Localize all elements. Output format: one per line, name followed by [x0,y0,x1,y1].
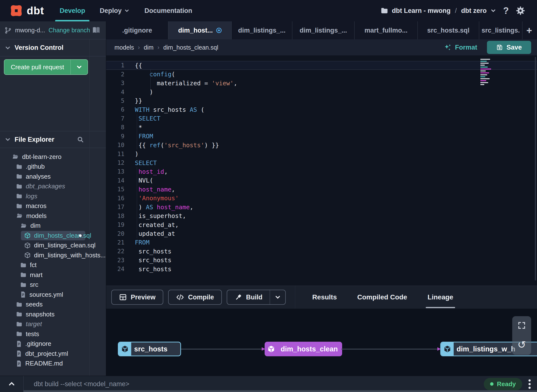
file-tree-item-seeds[interactable]: seeds [0,300,106,310]
code-line-7[interactable]: 7 SELECT [106,114,537,123]
brand-text: dbt [27,5,44,17]
code-line-5[interactable]: 5}} [106,96,537,105]
code-line-13[interactable]: 13 host_id, [106,167,537,176]
editor-tab-src-hosts-sql[interactable]: src_hosts.sql [418,21,479,39]
file-explorer-header[interactable]: File Explorer [0,131,106,148]
refresh-icon[interactable]: ↺ [517,340,526,350]
command-bar-scrollbar[interactable] [24,390,537,392]
nav-item-deploy[interactable]: Deploy [92,0,137,21]
change-branch-link[interactable]: Change branch [49,27,90,34]
breadcrumb-chevron-icon: › [157,44,159,51]
file-tree-item-dim-hosts-clean-sql[interactable]: dim_hosts_clean.sql [0,231,106,241]
file-tree-item-fct[interactable]: fct [0,260,106,270]
preview-button[interactable]: Preview [111,290,163,305]
editor-tab-src-listings-[interactable]: src_listings. [479,21,522,39]
file-tree-item-analyses[interactable]: analyses [0,172,106,182]
file-tree-item-dbt-learn-zero[interactable]: dbt-learn-zero [0,152,106,162]
new-tab-button[interactable]: + [522,21,536,39]
file-tree-item-dbt-project-yml[interactable]: dbt_project.yml [0,349,106,359]
code-line-3[interactable]: 3 materialized = 'view', [106,79,537,87]
code-line-18[interactable]: 18 is_superhost, [106,211,537,220]
code-line-11[interactable]: 11) [106,149,537,158]
file-tree-item-dim[interactable]: dim [0,221,106,231]
editor-tab-label: dim_listings_... [300,27,347,34]
file-tree-item-target[interactable]: target [0,319,106,329]
editor-tab-dim-listings-[interactable]: dim_listings_... [232,21,292,39]
file-tree-item-snapshots[interactable]: snapshots [0,309,106,319]
code-line-19[interactable]: 19 created_at, [106,220,537,229]
file-tree-item--github[interactable]: .github [0,162,106,172]
panel-tab-results[interactable]: Results [302,286,347,309]
breadcrumb-segment[interactable]: models [114,44,134,51]
pr-dropdown-toggle[interactable] [70,60,87,74]
file-tree-item-tests[interactable]: tests [0,329,106,339]
code-line-12[interactable]: 12SELECT [106,158,537,167]
code-line-2[interactable]: 2 config( [106,70,537,78]
lineage-node-dim-hosts-clean[interactable]: dim_hosts_clean [265,342,342,356]
file-tree-item-label: tests [26,330,39,338]
code-line-15[interactable]: 15 host_name, [106,185,537,194]
lineage-graph[interactable]: dim_listings_w_hdim_hosts_cleansrc_hosts… [106,309,537,376]
compile-button[interactable]: Compile [168,290,222,305]
dbt-logo[interactable]: dbt [0,0,52,21]
file-tree-item--gitignore[interactable]: .gitignore [0,339,106,349]
docs-book-icon[interactable] [92,26,101,34]
code-line-17[interactable]: 17 ) AS host_name, [106,203,537,211]
code-line-16[interactable]: 16 'Anonymous' [106,194,537,203]
minimap[interactable] [480,59,495,86]
file-tree-item-dim-listings-with-hosts-[interactable]: dim_listings_with_hosts... [0,250,106,260]
code-line-20[interactable]: 20 updated_at [106,229,537,238]
breadcrumb-segment[interactable]: dim_hosts_clean.sql [163,44,218,51]
file-tree-item-logs[interactable]: logs [0,191,106,201]
code-editor[interactable]: 1{{2 config(3 materialized = 'view',4 )5… [106,55,537,286]
editor-tab-dim-host-[interactable]: dim_host... [168,21,232,39]
editor-tab-dim-listings-[interactable]: dim_listings_... [292,21,355,39]
code-line-8[interactable]: 8 * [106,123,537,132]
file-tree-item-models[interactable]: models [0,211,106,221]
gear-icon[interactable] [516,6,525,16]
panel-tab-compiled-code[interactable]: Compiled Code [347,286,417,309]
panel-tab-lineage[interactable]: Lineage [417,286,464,309]
chevron-down-icon [76,64,83,70]
code-text: host_name, [135,185,175,194]
command-input[interactable]: dbt build --select <model_name> [34,380,484,388]
code-line-22[interactable]: 22 src_hosts [106,247,537,256]
code-line-6[interactable]: 6WITH src_hosts AS ( [106,105,537,114]
version-control-header[interactable]: Version Control [0,39,106,56]
save-button[interactable]: Save [487,41,531,54]
build-dropdown-toggle[interactable] [270,290,285,304]
format-button[interactable]: Format [444,43,477,52]
file-tree-item-dbt-packages[interactable]: dbt_packages [0,182,106,192]
expand-command-bar-button[interactable] [0,376,24,392]
nav-item-documentation[interactable]: Documentation [137,0,199,21]
code-line-14[interactable]: 14 NVL( [106,176,537,185]
help-icon[interactable]: ? [503,6,509,16]
code-line-23[interactable]: 23 src_hosts [106,256,537,265]
file-tree-item-readme-md[interactable]: README.md [0,359,106,369]
file-tree-item-mart[interactable]: mart [0,270,106,280]
version-control-title: Version Control [15,44,63,52]
fullscreen-icon[interactable] [517,321,526,330]
code-line-9[interactable]: 9 FROM [106,132,537,141]
code-line-24[interactable]: 24 src_hosts [106,265,537,273]
nav-item-develop[interactable]: Develop [52,0,92,21]
lineage-node-src-hosts[interactable]: src_hosts [118,342,181,356]
code-line-21[interactable]: 21FROM [106,238,537,247]
code-line-10[interactable]: 10 {{ ref('src_hosts') }} [106,141,537,149]
code-line-4[interactable]: 4 ) [106,87,537,96]
editor-tab-mart-fullmo-[interactable]: mart_fullmo... [355,21,418,39]
build-button[interactable]: Build [227,290,286,305]
editor-tab-label: dim_host... [178,27,213,34]
breadcrumb-segment[interactable]: dim [144,44,154,51]
file-tree-item-src[interactable]: src [0,280,106,290]
file-tree-item-dim-listings-clean-sql[interactable]: dim_listings_clean.sql [0,241,106,251]
kebab-menu-icon[interactable] [528,379,531,389]
file-tree-item-macros[interactable]: macros [0,201,106,211]
project-selector[interactable]: dbt Learn - mwong / dbt zero [380,7,496,15]
editor-scrollbar[interactable] [535,57,536,280]
create-pull-request-button[interactable]: Create pull request [4,59,88,75]
file-tree-item-sources-yml[interactable]: sources.yml [0,290,106,300]
code-line-1[interactable]: 1{{ [106,61,537,70]
editor-tab--gitignore[interactable]: .gitignore [106,21,168,39]
search-icon[interactable] [77,136,84,143]
